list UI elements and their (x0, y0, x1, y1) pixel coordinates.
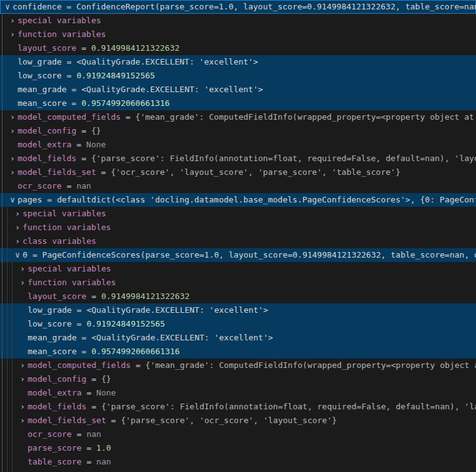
equals-separator: = (106, 414, 120, 427)
variable-value: {'parse_score', 'ocr_score', 'layout_sco… (121, 414, 337, 427)
variable-row[interactable]: low_score = 0.91924849152565 (0, 69, 476, 83)
equals-separator: = (71, 138, 86, 152)
equals-separator: = (82, 441, 96, 455)
variable-name: model_fields_set (18, 165, 96, 179)
chevron-right-icon[interactable]: › (8, 28, 18, 41)
variable-name: low_score (18, 69, 61, 83)
variable-value: {'ocr_score', 'layout_score', 'parse_sco… (111, 165, 401, 179)
variable-value: None (87, 138, 106, 152)
chevron-right-icon[interactable]: › (13, 221, 23, 234)
variable-name: mean_grade (18, 83, 66, 97)
variable-row[interactable]: low_grade = <QualityGrade.EXCELLENT: 'ex… (0, 303, 476, 317)
variable-name: special variables (28, 262, 111, 276)
variable-row[interactable]: ∨ 0 = PageConfidenceScores(parse_score=1… (0, 248, 476, 262)
variable-row[interactable]: ocr_score = nan (0, 179, 476, 193)
variable-name: model_extra (18, 138, 71, 152)
chevron-down-icon[interactable]: ∨ (8, 193, 18, 207)
chevron-right-icon[interactable]: › (18, 276, 28, 290)
variable-value: ConfidenceReport(parse_score=1.0, layout… (77, 0, 476, 14)
variable-row[interactable]: › model_computed_fields = {'mean_grade':… (0, 110, 476, 124)
variable-name: ocr_score (28, 427, 71, 441)
variable-row[interactable]: ocr_score = nan (0, 427, 476, 441)
variable-row[interactable]: › special variables (0, 262, 476, 276)
variable-row[interactable]: › model_fields_set = {'ocr_score', 'layo… (0, 165, 476, 179)
variable-name: 0 (23, 248, 28, 262)
chevron-down-icon[interactable]: ∨ (3, 0, 13, 14)
variable-row[interactable]: › function variables (0, 276, 476, 290)
equals-separator: = (66, 83, 81, 97)
chevron-right-icon[interactable]: › (18, 262, 28, 276)
variable-name: special variables (23, 207, 106, 221)
equals-separator: = (71, 303, 86, 317)
equals-separator: = (120, 110, 135, 124)
equals-separator: = (28, 248, 42, 262)
variable-row[interactable]: ∨ confidence = ConfidenceReport(parse_sc… (0, 0, 476, 14)
variable-name: model_config (18, 124, 77, 138)
variable-row[interactable]: mean_score = 0.9574992060661316 (0, 345, 476, 359)
equals-separator: = (87, 400, 101, 414)
variable-name: class variables (23, 234, 96, 248)
variable-row[interactable]: model_extra = None (0, 386, 476, 400)
chevron-right-icon[interactable]: › (8, 152, 18, 165)
variable-row[interactable]: › model_fields = {'parse_score': FieldIn… (0, 152, 476, 165)
variable-row[interactable]: layout_score = 0.9149984121322632 (0, 290, 476, 303)
equals-separator: = (77, 41, 91, 55)
variable-row[interactable]: › model_fields_set = {'parse_score', 'oc… (0, 414, 476, 427)
chevron-right-icon[interactable]: › (8, 124, 18, 138)
chevron-down-icon[interactable]: ∨ (13, 248, 23, 262)
variable-value: {'mean_grade': ComputedFieldInfo(wrapped… (135, 110, 474, 124)
variable-row[interactable]: low_grade = <QualityGrade.EXCELLENT: 'ex… (0, 55, 476, 69)
variable-row[interactable]: › function variables (0, 221, 476, 234)
variable-row[interactable]: model_extra = None (0, 138, 476, 152)
variable-row[interactable]: mean_grade = <QualityGrade.EXCELLENT: 'e… (0, 83, 476, 97)
variable-name: confidence (13, 0, 61, 14)
variable-name: function variables (28, 276, 116, 290)
variable-row[interactable]: table_score = nan (0, 455, 476, 469)
variable-row[interactable]: layout_score = 0.9149984121322632 (0, 41, 476, 55)
variable-value: nan (87, 427, 101, 441)
chevron-right-icon[interactable]: › (13, 234, 23, 248)
variable-row[interactable]: › class variables (0, 234, 476, 248)
variable-row[interactable]: ∨ pages = defaultdict(<class 'docling.da… (0, 193, 476, 207)
equals-separator: = (71, 427, 86, 441)
variable-value: 0.9574992060661316 (82, 97, 170, 110)
chevron-right-icon[interactable]: › (18, 372, 28, 386)
chevron-right-icon[interactable]: › (8, 14, 18, 28)
variable-name: ocr_score (18, 179, 61, 193)
chevron-right-icon[interactable]: › (18, 400, 28, 414)
equals-separator: = (71, 317, 86, 331)
chevron-right-icon[interactable]: › (18, 359, 28, 372)
variable-value: 0.91924849152565 (77, 69, 155, 83)
chevron-right-icon[interactable]: › (13, 207, 23, 221)
chevron-right-icon[interactable]: › (18, 414, 28, 427)
variable-row[interactable]: › model_fields = {'parse_score': FieldIn… (0, 400, 476, 414)
equals-separator: = (77, 152, 91, 165)
variable-name: model_computed_fields (28, 359, 130, 372)
variable-name: model_fields (18, 152, 77, 165)
variable-value: 0.91924849152565 (87, 317, 165, 331)
variable-name: low_grade (28, 303, 71, 317)
equals-separator: = (87, 372, 101, 386)
variables-tree[interactable]: ∨ confidence = ConfidenceReport(parse_sc… (0, 0, 476, 472)
variable-value: 0.9574992060661316 (92, 345, 180, 359)
variable-value: {'mean_grade': ComputedFieldInfo(wrapped… (145, 359, 476, 372)
variable-row[interactable]: mean_score = 0.9574992060661316 (0, 97, 476, 110)
chevron-right-icon[interactable]: › (8, 110, 18, 124)
variable-row[interactable]: › function variables (0, 28, 476, 41)
variable-value: <QualityGrade.EXCELLENT: 'excellent'> (92, 331, 273, 345)
variable-row[interactable]: low_score = 0.91924849152565 (0, 317, 476, 331)
variable-row[interactable]: › special variables (0, 14, 476, 28)
variable-row[interactable]: mean_grade = <QualityGrade.EXCELLENT: 'e… (0, 331, 476, 345)
variable-value: None (97, 386, 116, 400)
variable-row[interactable]: › model_config = {} (0, 372, 476, 386)
equals-separator: = (61, 179, 76, 193)
variable-name: table_score (28, 455, 82, 469)
variable-row[interactable]: › model_config = {} (0, 124, 476, 138)
variable-row[interactable]: › special variables (0, 207, 476, 221)
chevron-right-icon[interactable]: › (8, 165, 18, 179)
variable-row[interactable]: parse_score = 1.0 (0, 441, 476, 455)
variable-row[interactable]: › model_computed_fields = {'mean_grade':… (0, 359, 476, 372)
variable-name: low_score (28, 317, 71, 331)
equals-separator: = (77, 345, 91, 359)
variable-name: mean_grade (28, 331, 77, 345)
